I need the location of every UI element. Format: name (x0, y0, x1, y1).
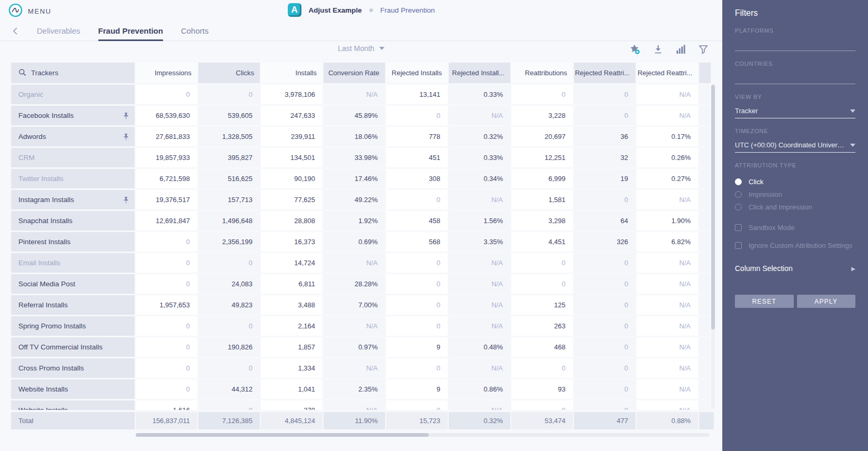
tracker-cell[interactable]: Adwords (11, 127, 135, 146)
tracker-cell[interactable]: Spring Promo Installs (11, 316, 135, 336)
column-header[interactable]: Rejected Reattri... (637, 63, 698, 83)
cell: 0 (136, 379, 197, 399)
back-chevron-icon[interactable] (12, 27, 19, 35)
cell: 270 (261, 400, 322, 410)
cell-stub (699, 337, 710, 357)
filters-panel: Filters PLATFORMS COUNTRIES VIEW BY Trac… (722, 0, 868, 451)
checkbox-icon (735, 224, 742, 231)
column-header[interactable]: Impressions (136, 63, 197, 83)
attribution-checkbox-option[interactable]: Sandbox Mode (735, 221, 855, 234)
cell: 0 (198, 85, 260, 104)
vertical-scrollbar-thumb[interactable] (711, 85, 715, 329)
tracker-name: Spring Promo Installs (18, 322, 86, 330)
tab-cohorts[interactable]: Cohorts (181, 21, 209, 41)
cell: 20,697 (511, 127, 573, 146)
page-title: Fraud Prevention (380, 6, 435, 14)
attribution-radio-option[interactable]: Click and Impression (735, 201, 855, 213)
table-row: Website Installs1,6160270N/A0N/A00N/A (11, 400, 710, 410)
pin-icon[interactable] (123, 196, 129, 204)
tracker-cell[interactable]: Twitter Installs (11, 169, 135, 188)
filters-title: Filters (735, 0, 855, 18)
reset-button[interactable]: RESET (735, 295, 794, 308)
tracker-cell[interactable]: Referral Installs (11, 295, 135, 315)
cell: 0 (574, 106, 635, 125)
column-header[interactable]: Clicks (198, 63, 260, 83)
view-by-label: VIEW BY (735, 94, 855, 100)
view-by-select[interactable]: Tracker (735, 104, 855, 118)
cell: 0 (574, 337, 635, 357)
cell: 0 (511, 358, 573, 378)
cell: 3,298 (511, 211, 573, 230)
filter-icon[interactable] (698, 44, 709, 55)
tracker-cell[interactable]: Off TV Commercial Installs (11, 337, 135, 357)
cell: 516,625 (198, 169, 260, 188)
cell: 326 (574, 232, 635, 252)
countries-label: COUNTRIES (735, 61, 855, 67)
attribution-radio-option[interactable]: Click (735, 175, 855, 188)
column-header[interactable]: Installs (261, 63, 322, 83)
tracker-cell[interactable]: Website Installs (11, 379, 135, 399)
tracker-cell[interactable]: Social Media Post (11, 274, 135, 294)
platforms-input[interactable] (735, 34, 855, 51)
attribution-radio-option[interactable]: Impression (735, 188, 855, 201)
cell: N/A (637, 274, 698, 294)
total-cell: 7,126,385 (198, 412, 260, 429)
cell: 239,911 (261, 127, 322, 146)
cell: N/A (449, 190, 510, 209)
apply-button[interactable]: APPLY (797, 295, 856, 308)
column-selection[interactable]: Column Selection ▶ (735, 264, 855, 273)
tracker-cell[interactable]: Email Installs (11, 253, 135, 273)
tracker-cell[interactable]: Pinterest Installs (11, 232, 135, 252)
column-header[interactable]: Conversion Rate (324, 63, 385, 83)
timezone-select[interactable]: UTC (+00:00) Coordinated Universal... (735, 138, 855, 153)
tracker-cell[interactable]: Snapchat Installs (11, 211, 135, 230)
tracker-name: Organic (18, 91, 43, 98)
trackers-search-header[interactable]: Trackers (11, 63, 135, 83)
cell: 1,616 (136, 400, 197, 410)
cell: 49,823 (198, 295, 260, 315)
pin-icon[interactable] (123, 112, 129, 119)
cell: 93 (511, 379, 573, 399)
tracker-cell[interactable]: Organic (11, 85, 135, 104)
cell: N/A (324, 85, 385, 104)
cell: 45.89% (324, 106, 385, 125)
cell-stub (699, 106, 710, 125)
column-header[interactable]: Rejected Reattri... (574, 63, 635, 83)
column-header[interactable]: Rejected Installs (386, 63, 448, 83)
tracker-cell[interactable]: Instagram Installs (11, 190, 135, 209)
cell: 308 (386, 169, 448, 188)
favorite-add-icon[interactable] (629, 44, 641, 55)
tab-deliverables[interactable]: Deliverables (37, 21, 80, 41)
pin-icon[interactable] (123, 133, 129, 141)
total-cell: 0.88% (637, 412, 698, 429)
download-icon[interactable] (653, 44, 663, 55)
chart-icon[interactable] (675, 44, 686, 55)
cell: 0 (574, 358, 635, 378)
menu-button[interactable]: MENU (8, 3, 52, 19)
total-cell: 156,837,011 (136, 412, 197, 429)
cell-stub (699, 211, 710, 230)
tracker-cell[interactable]: Website Installs (11, 400, 135, 410)
cell: 12,251 (511, 148, 573, 167)
tracker-cell[interactable]: Cross Promo Installs (11, 358, 135, 378)
radio-label: Click and Impression (749, 203, 812, 211)
cell: 0 (574, 190, 635, 209)
horizontal-scrollbar-thumb[interactable] (136, 433, 429, 437)
cell: 0 (574, 316, 635, 336)
date-range-dropdown[interactable]: Last Month (338, 44, 384, 53)
cell-stub (699, 190, 710, 209)
column-header[interactable]: Rejected Install... (449, 63, 510, 83)
cell: 468 (511, 337, 573, 357)
cell-stub (699, 253, 710, 273)
cell: 0.33% (449, 148, 510, 167)
total-stub (699, 412, 714, 429)
cell: 12,691,847 (136, 211, 197, 230)
attribution-checkbox-option[interactable]: Ignore Custom Attribution Settings (735, 239, 855, 252)
tracker-cell[interactable]: CRM (11, 148, 135, 167)
tracker-cell[interactable]: Facebook Installs (11, 106, 135, 125)
table-row: Snapchat Installs12,691,8471,496,64828,8… (11, 211, 710, 230)
column-header[interactable]: Reattributions (511, 63, 573, 83)
cell: 0 (136, 232, 197, 252)
countries-input[interactable] (735, 67, 855, 84)
tab-fraud-prevention[interactable]: Fraud Prevention (98, 21, 163, 41)
